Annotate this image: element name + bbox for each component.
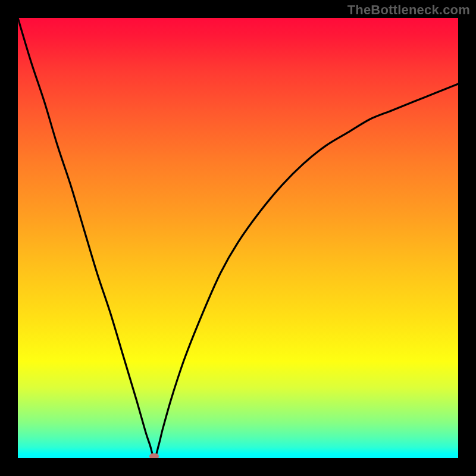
watermark-text: TheBottleneck.com: [347, 2, 470, 18]
balance-point-marker: [149, 453, 159, 458]
chart-frame: TheBottleneck.com: [0, 0, 476, 476]
plot-area: [18, 18, 458, 458]
bottleneck-curve: [18, 18, 458, 458]
